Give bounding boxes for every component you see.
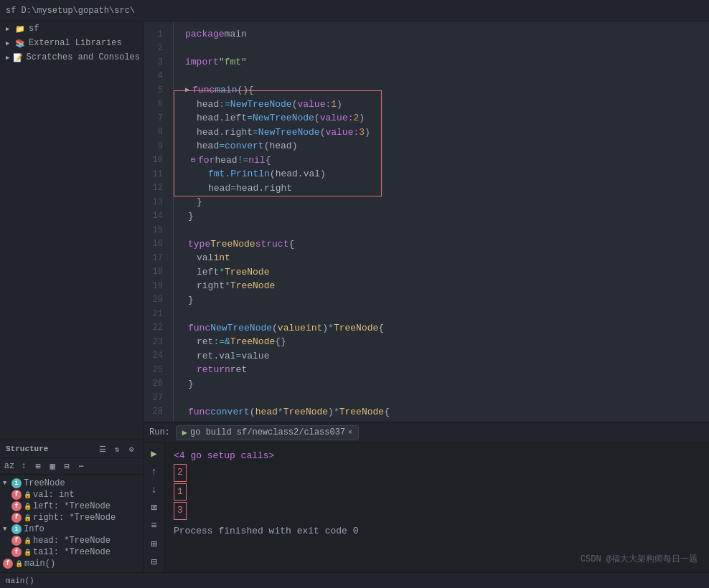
sidebar-item-scratches[interactable]: ▶ 📝 Scratches and Consoles [0, 50, 143, 65]
structure-icon-sort[interactable]: ⇅ [111, 443, 123, 455]
code-line-28: func convert(head *TreeNode) *TreeNode { [185, 405, 709, 419]
editor-area: 1 2 3 4 5 6 7 8 9 10 11 12 13 14 15 16 1… [144, 22, 709, 572]
run-button[interactable]: ▶ [146, 446, 162, 461]
code-line-7: head.left = NewTreeNode( value: 2) [185, 111, 709, 125]
sidebar-item-ext-libs[interactable]: ▶ 📚 External Libraries [0, 36, 143, 50]
filter-icon[interactable]: ▦ [46, 460, 59, 473]
line-num-11: 11 [144, 167, 167, 181]
main-content: ▶ 📁 sf ▶ 📚 External Libraries ▶ 📝 Scratc… [0, 22, 709, 572]
code-line-26: } [185, 377, 709, 392]
struct-item-main[interactable]: f 🔒 main() [0, 558, 143, 569]
line-num-4: 4 [144, 70, 167, 84]
bottom-bar: main() [0, 572, 709, 588]
console-toolbar: ▶ ↑ ↓ ⊠ ≡ ⊞ ⊟ [144, 443, 165, 572]
code-container: 1 2 3 4 5 6 7 8 9 10 11 12 13 14 15 16 1… [144, 22, 709, 422]
structure-tree: ▼ i TreeNode f 🔒 val: int f 🔒 left: *Tre… [0, 475, 143, 572]
sort-type-icon[interactable]: ↕ [17, 460, 30, 473]
structure-icon-settings[interactable]: ⚙ [126, 443, 137, 455]
run-tab-icon: ▶ [182, 427, 187, 438]
close-console-button[interactable]: ⊟ [146, 554, 162, 569]
badge-i: i [11, 524, 22, 534]
run-tab-label: go build sf/newclass2/class037 [190, 427, 345, 437]
console-setup-calls: <4 go setup calls> [174, 449, 700, 464]
wrap-button[interactable]: ≡ [146, 518, 162, 534]
sidebar-item-ext-libs-label: External Libraries [29, 38, 122, 48]
line-num-20: 20 [144, 293, 167, 308]
struct-item-left[interactable]: f 🔒 left: *TreeNode [9, 501, 143, 512]
structure-title: Structure [6, 445, 97, 453]
run-label: Run: [149, 427, 170, 437]
struct-label-left: left: *TreeNode [33, 501, 111, 511]
code-line-12: head = head.right [185, 181, 709, 196]
collapse-icon[interactable]: ⊟ [60, 460, 73, 473]
code-line-23: ret := &TreeNode{} [185, 335, 709, 349]
line-num-14: 14 [144, 209, 167, 224]
code-line-29: ⊟if head == nil { [185, 419, 709, 422]
code-line-10: ⊟for head != nil { [185, 153, 709, 168]
struct-item-tail[interactable]: f 🔒 tail: *TreeNode [9, 546, 143, 558]
line-num-21: 21 [144, 307, 167, 321]
output-value-1: 1 [174, 483, 187, 501]
clear-button[interactable]: ⊠ [146, 500, 162, 515]
expand-icon[interactable]: ⊞ [32, 460, 44, 473]
code-line-19: right *TreeNode [185, 279, 709, 293]
line-num-13: 13 [144, 195, 167, 209]
chevron-down-icon: ▼ [3, 526, 10, 533]
struct-item-val[interactable]: f 🔒 val: int [9, 489, 143, 501]
line-num-25: 25 [144, 363, 167, 377]
line-num-10: 10 [144, 153, 167, 168]
code-line-13: } [185, 195, 709, 209]
scroll-down-button[interactable]: ↓ [146, 482, 162, 497]
top-bar-path: sf D:\mysetup\gopath\src\ [6, 6, 135, 16]
struct-label-head: head: *TreeNode [33, 536, 111, 546]
lock-icon: 🔒 [24, 549, 32, 556]
code-line-21 [185, 307, 709, 321]
struct-label-info: Info [24, 524, 44, 534]
output-value-2: 2 [174, 464, 187, 482]
scroll-up-button[interactable]: ↑ [146, 464, 162, 479]
code-line-1: package main [185, 27, 709, 42]
line-num-3: 3 [144, 55, 167, 70]
sort-alpha-icon[interactable]: az [3, 460, 16, 473]
line-num-12: 12 [144, 181, 167, 196]
line-num-26: 26 [144, 377, 167, 392]
line-num-19: 19 [144, 279, 167, 293]
code-editor[interactable]: package main import "fmt" ▶func main() {… [174, 22, 709, 422]
badge-f: f [11, 501, 22, 511]
code-line-11: fmt.Println(head.val) [185, 167, 709, 181]
line-num-5: 5 [144, 83, 167, 98]
run-tab-close[interactable]: × [348, 429, 352, 437]
structure-panel: Structure ☰ ⇅ ⚙ az ↕ ⊞ ▦ ⊟ ⋯ ▼ i [0, 440, 143, 572]
console-output-2: 2 [174, 464, 700, 483]
badge-f: f [11, 547, 22, 557]
line-numbers: 1 2 3 4 5 6 7 8 9 10 11 12 13 14 15 16 1… [144, 22, 174, 422]
lock-icon: 🔒 [15, 560, 23, 568]
code-line-22: func NewTreeNode(value int) *TreeNode { [185, 321, 709, 336]
struct-item-right[interactable]: f 🔒 right: *TreeNode [9, 512, 143, 523]
chevron-right-icon: ▶ [6, 54, 11, 62]
lock-icon: 🔒 [24, 503, 32, 511]
sidebar-item-sf[interactable]: ▶ 📁 sf [0, 22, 143, 36]
code-line-8: head.right = NewTreeNode( value: 3) [185, 125, 709, 140]
run-bar: Run: ▶ go build sf/newclass2/class037 × [144, 422, 709, 443]
lock-icon: 🔒 [24, 514, 32, 522]
run-tab[interactable]: ▶ go build sf/newclass2/class037 × [176, 425, 359, 440]
pin-button[interactable]: ⊞ [146, 536, 162, 551]
code-line-15 [185, 223, 709, 237]
console-output-1: 1 [174, 483, 700, 503]
line-num-24: 24 [144, 349, 167, 364]
struct-item-head[interactable]: f 🔒 head: *TreeNode [9, 535, 143, 546]
chevron-right-icon: ▶ [6, 25, 13, 33]
struct-item-treenode[interactable]: ▼ i TreeNode [0, 478, 143, 489]
sidebar-item-scratches-label: Scratches and Consoles [27, 52, 140, 62]
line-num-16: 16 [144, 237, 167, 252]
code-line-2 [185, 42, 709, 56]
struct-label-val: val: int [33, 490, 75, 500]
structure-header: Structure ☰ ⇅ ⚙ [0, 440, 143, 458]
console-output: <4 go setup calls> 2 1 3 Process finishe… [165, 443, 709, 572]
structure-icon-list[interactable]: ☰ [97, 443, 108, 455]
struct-item-info[interactable]: ▼ i Info [0, 523, 143, 535]
more-icon[interactable]: ⋯ [75, 460, 88, 473]
line-num-6: 6 [144, 98, 167, 112]
line-num-7: 7 [144, 111, 167, 125]
